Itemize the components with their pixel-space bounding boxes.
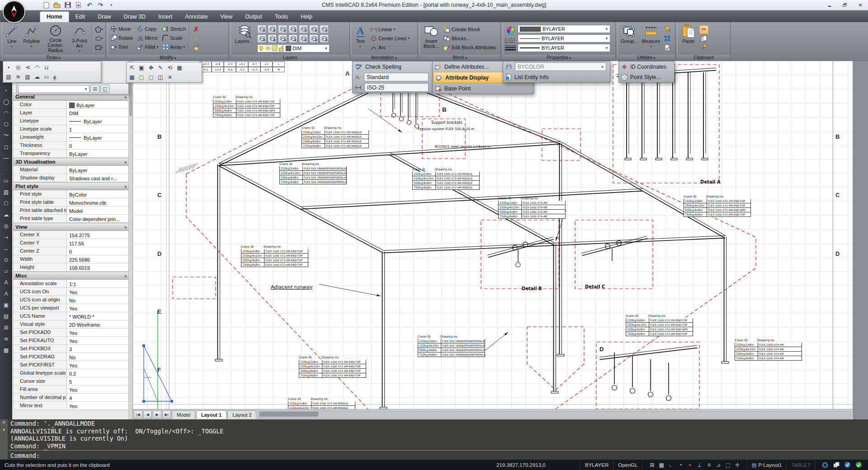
command-input[interactable]: Command: <box>8 450 868 460</box>
horizontal-scrollbar[interactable] <box>258 411 851 418</box>
panel-label-utilities[interactable]: Utilities ▾ <box>618 55 675 61</box>
layout-tab-model[interactable]: Model <box>172 410 195 419</box>
palette-value[interactable]: 4 <box>67 394 129 401</box>
tool-pentagon-icon[interactable]: ⬠ <box>1 198 11 208</box>
app-logo-icon[interactable] <box>3 0 25 23</box>
layer-tool-icon[interactable] <box>299 34 308 43</box>
palette-value[interactable]: Shadows cast and r... <box>67 174 129 182</box>
lineweight-combo[interactable]: BYLAYER▾ <box>518 44 610 52</box>
open-file-icon[interactable] <box>52 1 61 9</box>
palette-value[interactable]: Yes <box>67 402 129 409</box>
lwt-icon[interactable]: ≡ <box>705 461 713 469</box>
edit-block-attributes-button[interactable]: Edit Block Attributes <box>443 43 497 52</box>
linetype-icon[interactable] <box>505 38 516 43</box>
plot-icon[interactable] <box>74 1 83 9</box>
tool-circle-icon[interactable]: ◯ <box>1 96 11 107</box>
palette-value[interactable]: Yes <box>67 329 129 336</box>
settings-gear-icon[interactable] <box>821 461 829 469</box>
selection-filter-combo[interactable]: ▾ <box>18 85 90 93</box>
ucs-icon[interactable]: ⊿ <box>714 461 723 469</box>
palette-value[interactable]: Color-dependent prin... <box>67 215 129 222</box>
undo-icon[interactable]: ↶ <box>85 1 94 9</box>
layer-unlock-icon[interactable] <box>278 45 284 52</box>
center-lines-button[interactable]: Center Lines▾ <box>369 34 410 42</box>
linear-dimension-button[interactable]: Linear▾ <box>369 25 410 33</box>
ribbon-tab-help[interactable]: Help <box>294 12 319 22</box>
palette-value[interactable]: No <box>67 353 129 361</box>
tool-region-icon[interactable]: ⊙ <box>1 254 11 265</box>
tool-point-icon[interactable]: ▫ <box>1 85 11 95</box>
palette-section-misc[interactable]: Misc▴ <box>13 272 129 280</box>
ribbon-tab-draw-3d[interactable]: Draw 3D <box>117 12 152 22</box>
tool-plane-icon[interactable]: ▱ <box>1 266 11 276</box>
layer-tool-icon[interactable] <box>299 25 308 33</box>
move-button[interactable]: Move <box>109 25 134 33</box>
dyn-icon[interactable]: ⬚ <box>724 461 732 469</box>
match-properties-button[interactable] <box>699 43 708 52</box>
erase-button[interactable]: ✗ <box>192 25 201 34</box>
tool-boundary-icon[interactable]: ⊞ <box>1 322 11 333</box>
coordinates-readout[interactable]: 219.3827,170.2913,0 <box>492 460 580 470</box>
palette-value[interactable]: No <box>67 296 129 304</box>
paste-button[interactable]: Paste <box>679 24 698 53</box>
minimize-button[interactable]: 🗕 <box>822 0 837 10</box>
qgroup-icon[interactable]: ✛ <box>733 461 742 469</box>
float-tool-icon[interactable]: ☁ <box>33 72 42 81</box>
palette-section-plot-style[interactable]: Plot style▴ <box>13 182 129 190</box>
palette-value[interactable]: 225.5686 <box>67 255 129 263</box>
palette-value[interactable]: Model <box>67 207 129 214</box>
layer-tool-icon[interactable] <box>320 25 329 33</box>
explode-button[interactable]: ϟ <box>192 34 201 43</box>
palette-value[interactable]: Yes <box>67 337 129 344</box>
layout-tab-layout-2[interactable]: Layout 2 <box>227 410 256 419</box>
copy-clip-button[interactable] <box>699 34 708 43</box>
tool-table-icon[interactable]: ▤ <box>1 311 11 321</box>
fillet-button[interactable]: Fillet▾ <box>136 43 159 51</box>
blocks-button[interactable]: Blocks... <box>443 34 497 42</box>
color-indicator[interactable]: BYLAYER <box>580 460 613 470</box>
polar-icon[interactable]: ◔ <box>676 461 685 469</box>
command-history[interactable]: Command: '._ANNOALLMODE ANNOALLVISIBLE i… <box>8 419 868 450</box>
layout-indicator[interactable]: ▤P:Layout1 <box>747 460 787 470</box>
annotation-monitor-icon[interactable] <box>843 461 852 469</box>
tool-arc-icon[interactable]: ◠ <box>1 108 11 118</box>
text-button[interactable]: AText▾ <box>353 24 368 53</box>
tool-rect-icon[interactable]: ◻ <box>1 141 11 152</box>
tool-construction-icon[interactable]: ↔ <box>1 243 11 254</box>
print-style-combo[interactable]: BYCOLOR▾ <box>503 61 610 72</box>
refedit-tool-icon[interactable]: ▣ <box>137 63 146 72</box>
menu-item-check-spelling[interactable]: ABCCheck Spelling <box>353 61 432 72</box>
cut-button[interactable]: ✂ <box>699 25 708 34</box>
linetype-combo[interactable]: BYLAYER▾ <box>518 34 610 42</box>
refedit-tool-icon[interactable]: ▦ <box>127 73 137 82</box>
palette-value[interactable]: * WORLD * <box>67 312 129 320</box>
command-close-icon[interactable]: ✕ <box>2 420 6 425</box>
tool-block-icon[interactable]: ▣ <box>1 300 11 310</box>
grid-icon[interactable]: ▦ <box>657 461 666 469</box>
float-tool-icon[interactable]: ≋ <box>14 72 23 81</box>
palette-value[interactable]: 117.55 <box>67 239 129 247</box>
tool-cloud-icon[interactable]: ☁ <box>1 209 11 220</box>
next-tab-button[interactable]: ▶ <box>153 410 161 419</box>
tool-xline-icon[interactable]: — <box>1 153 11 163</box>
copy-button[interactable]: Copy <box>136 25 159 33</box>
menu-item-id-coordinates[interactable]: ID Coordinates <box>619 61 674 72</box>
float-tool-icon[interactable]: ⊔ <box>42 63 51 72</box>
pin-icon[interactable] <box>52 75 57 81</box>
palette-value[interactable]: 1 <box>67 125 129 133</box>
measure-button[interactable]: Measure▾ <box>641 24 661 53</box>
refedit-tool-icon[interactable]: ✥ <box>146 63 156 72</box>
refedit-tool-icon[interactable]: ◫ <box>156 73 165 82</box>
rectangle-button[interactable]: ▾ <box>94 43 104 52</box>
ribbon-tab-tools[interactable]: Tools <box>269 12 294 22</box>
text-style-combo[interactable]: AStandard <box>353 72 432 82</box>
line-button[interactable]: Line▾ <box>4 24 20 53</box>
palette-value[interactable]: Yes <box>67 288 129 296</box>
tool-mtext-icon[interactable]: A <box>1 277 11 287</box>
ortho-icon[interactable]: ∟ <box>667 461 675 469</box>
layer-tool-icon[interactable] <box>278 34 287 43</box>
tool-hatch-icon[interactable]: ▨ <box>1 187 11 197</box>
polygon-button[interactable]: ▾ <box>94 25 104 34</box>
insert-block-button[interactable]: Insert Block... <box>421 24 441 53</box>
tool-spline-icon[interactable]: 〜 <box>1 130 11 141</box>
